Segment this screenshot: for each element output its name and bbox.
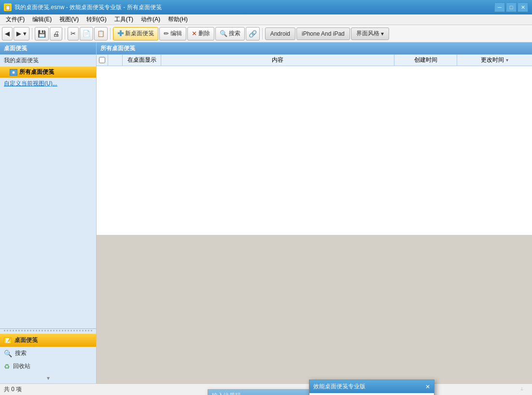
sidebar-search-button[interactable]: 🔍 搜索 [0, 347, 96, 360]
new-note-icon: ✚ [117, 29, 124, 38]
save-icon: 💾 [38, 30, 46, 38]
title-bar-controls: ─ □ ✕ [494, 2, 528, 12]
success-dialog-close-button[interactable]: ✕ [425, 383, 430, 390]
menu-actions[interactable]: 动作(A) [137, 14, 164, 25]
success-dialog-body: ✚ 恭喜您！软件注册成功！ 您的姓名：anxiazai 注册码：01234567… [309, 393, 434, 395]
sidebar-header: 桌面便笺 [0, 42, 96, 54]
save-button[interactable]: 💾 [35, 27, 49, 41]
toolbar-sep-2 [65, 28, 65, 40]
sidebar-notes-button[interactable]: 📝 桌面便笺 [0, 334, 96, 347]
minimize-button[interactable]: ─ [494, 2, 505, 12]
status-right: ⟂ [520, 386, 528, 394]
sidebar: 桌面便笺 我的桌面便笺 ■ 所有桌面便笺 自定义当前视图(U)... 📝 桌面便… [0, 42, 97, 383]
menu-tools[interactable]: 工具(T) [111, 14, 137, 25]
content-area: 所有桌面便笺 在桌面显示 内容 创建时间 更改时间 ▾ [97, 42, 532, 383]
col-modify[interactable]: 更改时间 ▾ [457, 54, 532, 66]
notes-bottom-icon: 📝 [4, 337, 12, 344]
col-check[interactable] [97, 54, 108, 66]
search-toolbar-button[interactable]: 🔍 搜索 [215, 27, 245, 41]
delete-button[interactable]: ✕ 删除 [187, 27, 214, 41]
print-button[interactable]: 🖨 [50, 27, 62, 41]
toolbar-sep-1 [32, 28, 32, 40]
content-body: 输入注册码 ✕ 您的姓名(I): 注册码(C): 确定 取消 [97, 235, 532, 383]
menu-edit[interactable]: 编辑(E) [28, 14, 56, 25]
title-bar: 📋 我的桌面便笺.esnw - 效能桌面便笺专业版 - 所有桌面便笺 ─ □ ✕ [0, 0, 532, 14]
sidebar-bottom: 📝 桌面便笺 🔍 搜索 ♻ 回收站 ▾ [0, 328, 96, 383]
sidebar-expand-icon[interactable]: ▾ [47, 375, 50, 381]
paste-icon: 📋 [97, 30, 105, 37]
resize-handle[interactable]: ⟂ [520, 386, 528, 394]
sidebar-recycle-button[interactable]: ♻ 回收站 [0, 360, 96, 373]
col-content[interactable]: 内容 [161, 54, 394, 66]
link-button[interactable]: 🔗 [246, 27, 260, 41]
recycle-bottom-icon: ♻ [4, 363, 10, 370]
success-dialog-title: 效能桌面便笺专业版 ✕ [309, 380, 434, 393]
success-dialog: 效能桌面便笺专业版 ✕ ✚ 恭喜您！软件注册成功！ 您的姓名：anxiazai … [309, 380, 434, 395]
select-all-checkbox[interactable] [99, 57, 105, 63]
forward-button[interactable]: ▶ ▾ [14, 27, 29, 41]
app-icon: 📋 [4, 3, 12, 11]
copy-button[interactable]: 📄 [80, 27, 93, 41]
status-count: 共 0 项 [4, 385, 22, 394]
copy-icon: 📄 [83, 30, 90, 37]
table-header: 在桌面显示 内容 创建时间 更改时间 ▾ [97, 54, 532, 66]
paste-button[interactable]: 📋 [94, 27, 108, 41]
search-toolbar-icon: 🔍 [220, 30, 227, 37]
maximize-button[interactable]: □ [506, 2, 517, 12]
col-display[interactable]: 在桌面显示 [123, 54, 161, 66]
android-button[interactable]: Android [265, 27, 295, 40]
main-layout: 桌面便笺 我的桌面便笺 ■ 所有桌面便笺 自定义当前视图(U)... 📝 桌面便… [0, 42, 532, 383]
menu-view[interactable]: 视图(V) [56, 14, 83, 25]
toolbar-sep-4 [262, 28, 263, 40]
title-bar-left: 📋 我的桌面便笺.esnw - 效能桌面便笺专业版 - 所有桌面便笺 [4, 3, 162, 12]
edit-icon: ✏ [164, 30, 169, 37]
toolbar-sep-3 [110, 28, 111, 40]
menu-goto[interactable]: 转到(G) [83, 14, 110, 25]
link-icon: 🔗 [249, 30, 257, 38]
search-bottom-icon: 🔍 [4, 350, 12, 357]
delete-icon: ✕ [192, 30, 197, 37]
cut-icon: ✂ [70, 30, 76, 37]
col-create[interactable]: 创建时间 [394, 54, 457, 66]
sort-icon: ▾ [506, 57, 508, 63]
iphone-ipad-button[interactable]: iPhone And iPad [296, 27, 350, 40]
style-dropdown-icon: ▾ [381, 30, 384, 37]
title-bar-text: 我的桌面便笺.esnw - 效能桌面便笺专业版 - 所有桌面便笺 [14, 3, 162, 12]
edit-button[interactable]: ✏ 编辑 [159, 27, 186, 41]
menu-file[interactable]: 文件(F) [2, 14, 28, 25]
back-button[interactable]: ◀ [2, 27, 13, 41]
toolbar: ◀ ▶ ▾ 💾 🖨 ✂ 📄 📋 ✚ 新桌面便笺 ✏ 编辑 ✕ 删除 🔍 搜索 🔗… [0, 25, 532, 42]
menu-bar: 文件(F) 编辑(E) 视图(V) 转到(G) 工具(T) 动作(A) 帮助(H… [0, 14, 532, 25]
close-button[interactable]: ✕ [518, 2, 528, 12]
sidebar-my-notes[interactable]: 我的桌面便笺 [0, 54, 96, 67]
all-notes-icon: ■ [10, 69, 17, 76]
content-header: 所有桌面便笺 [97, 42, 532, 54]
sidebar-item-all-notes[interactable]: ■ 所有桌面便笺 [0, 67, 96, 78]
cut-button[interactable]: ✂ [68, 27, 79, 41]
menu-help[interactable]: 帮助(H) [164, 14, 192, 25]
style-button[interactable]: 界面风格 ▾ [351, 27, 389, 40]
print-icon: 🖨 [53, 30, 59, 38]
sidebar-customize-link[interactable]: 自定义当前视图(U)... [0, 78, 96, 90]
table-body [97, 66, 532, 235]
new-note-button[interactable]: ✚ 新桌面便笺 [113, 27, 158, 41]
col-num [108, 54, 123, 66]
